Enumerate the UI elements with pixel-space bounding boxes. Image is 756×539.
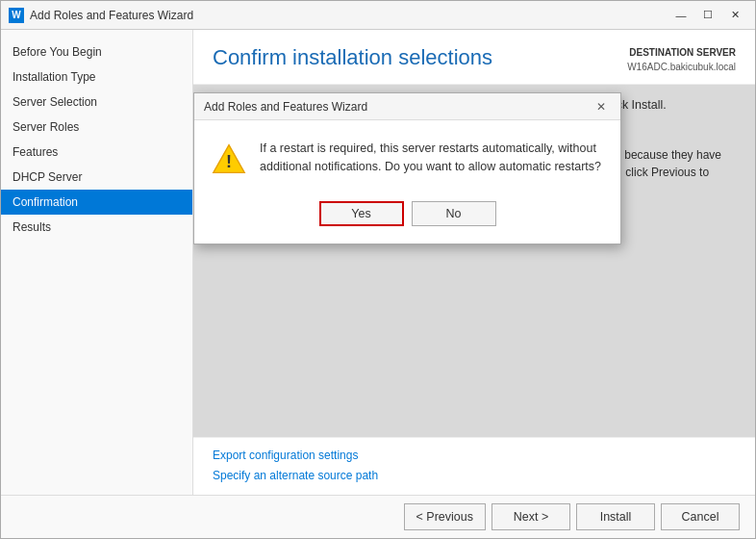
destination-server: W16ADC.bakicubuk.local [627, 60, 736, 74]
dialog-title: Add Roles and Features Wizard [204, 100, 367, 114]
wizard-window: W Add Roles and Features Wizard — ☐ ✕ Be… [0, 0, 756, 539]
titlebar-controls: — ☐ ✕ [668, 5, 747, 26]
bottom-toolbar: < Previous Next > Install Cancel [1, 495, 755, 538]
destination-label: DESTINATION SERVER [627, 45, 736, 60]
close-button[interactable]: ✕ [722, 5, 747, 26]
previous-button[interactable]: < Previous [404, 503, 486, 530]
sidebar-item-dhcp-server[interactable]: DHCP Server [1, 165, 192, 190]
dialog-body: ! If a restart is required, this server … [194, 120, 620, 192]
minimize-button[interactable]: — [668, 5, 693, 26]
main-content: Before You Begin Installation Type Serve… [1, 30, 755, 495]
no-button[interactable]: No [412, 201, 496, 226]
dialog-overlay: Add Roles and Features Wizard ✕ ! If a r… [193, 85, 755, 437]
sidebar-item-server-roles[interactable]: Server Roles [1, 115, 192, 140]
sidebar-item-features[interactable]: Features [1, 140, 192, 165]
sidebar-item-results[interactable]: Results [1, 215, 192, 240]
sidebar-item-before-you-begin[interactable]: Before You Begin [1, 39, 192, 64]
export-config-link[interactable]: Export configuration settings [213, 446, 736, 467]
links-area: Export configuration settings Specify an… [193, 437, 755, 495]
svg-text:!: ! [226, 152, 232, 171]
dialog-box: Add Roles and Features Wizard ✕ ! If a r… [193, 92, 621, 244]
sidebar-item-confirmation[interactable]: Confirmation [1, 190, 192, 215]
sidebar-item-installation-type[interactable]: Installation Type [1, 64, 192, 90]
maximize-button[interactable]: ☐ [695, 5, 720, 26]
dialog-buttons: Yes No [194, 192, 620, 244]
dialog-close-button[interactable]: ✕ [592, 98, 611, 116]
titlebar: W Add Roles and Features Wizard — ☐ ✕ [1, 1, 755, 30]
next-button[interactable]: Next > [491, 503, 570, 530]
panel-header: Confirm installation selections DESTINAT… [193, 30, 755, 85]
window-icon: W [9, 8, 24, 23]
alternate-source-link[interactable]: Specify an alternate source path [213, 466, 736, 487]
page-title: Confirm installation selections [213, 45, 492, 70]
dialog-message: If a restart is required, this server re… [260, 140, 603, 176]
yes-button[interactable]: Yes [319, 201, 404, 226]
destination-info: DESTINATION SERVER W16ADC.bakicubuk.loca… [627, 45, 736, 74]
dialog-titlebar: Add Roles and Features Wizard ✕ [194, 93, 620, 120]
sidebar-item-server-selection[interactable]: Server Selection [1, 90, 192, 115]
warning-icon: ! [212, 141, 246, 176]
panel-body: To install the following roles, role ser… [193, 85, 755, 437]
cancel-button[interactable]: Cancel [661, 503, 740, 530]
window-title: Add Roles and Features Wizard [30, 9, 668, 22]
sidebar: Before You Begin Installation Type Serve… [1, 30, 193, 495]
install-button[interactable]: Install [576, 503, 655, 530]
right-panel: Confirm installation selections DESTINAT… [193, 30, 755, 495]
